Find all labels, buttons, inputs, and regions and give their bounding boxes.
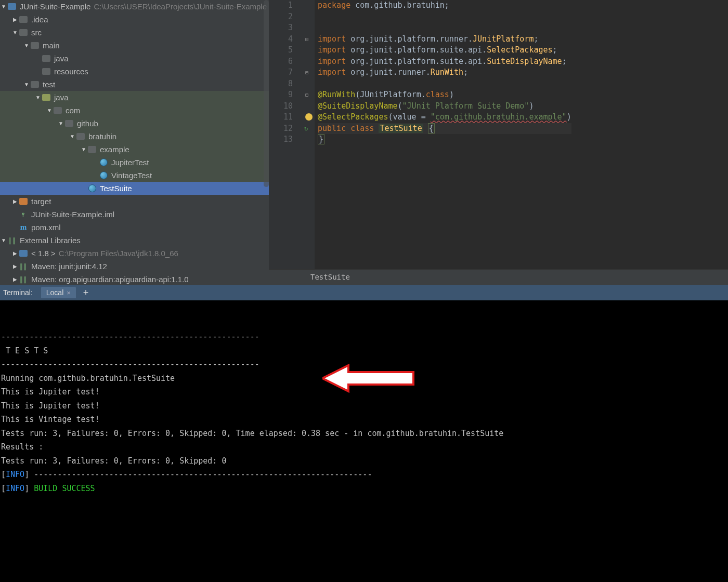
tree-row-github[interactable]: ▼github (0, 117, 269, 130)
tree-row-extlib[interactable]: ▼║║External Libraries (0, 234, 269, 247)
tree-row-testsuite[interactable]: TestSuite (0, 182, 269, 195)
breadcrumb[interactable]: TestSuite (269, 269, 728, 285)
editor-gutter: 12345678910111213 (269, 0, 304, 285)
close-icon[interactable]: × (67, 289, 71, 297)
library-icon: ║║ (19, 262, 28, 271)
tree-row-jupiter[interactable]: JupiterTest (0, 156, 269, 169)
expand-arrow-icon[interactable]: ▼ (69, 134, 76, 139)
tree-sublabel: C:\Program Files\Java\jdk1.8.0_66 (59, 249, 178, 258)
fold-icon[interactable]: ⊟ (305, 89, 308, 101)
tree-row-vintage[interactable]: VintageTest (0, 169, 269, 182)
code-editor[interactable]: 12345678910111213 ⊟⊟⊟↻ package com.githu… (269, 0, 728, 285)
folder-icon (19, 28, 28, 37)
tree-label: resources (54, 67, 88, 76)
tree-row-root[interactable]: ▼JUnit-Suite-ExampleC:\Users\USER\IdeaPr… (0, 0, 269, 13)
line-number: 8 (269, 78, 304, 90)
class-file-icon (99, 158, 108, 167)
terminal-tab-local[interactable]: Local × (41, 287, 76, 298)
expand-arrow-icon[interactable]: ▼ (23, 43, 30, 48)
folder-icon (87, 145, 97, 154)
code-line[interactable]: @RunWith(JUnitPlatform.class) (318, 89, 571, 101)
tree-row-mvn-junit[interactable]: ▶║║Maven: junit:junit:4.12 (0, 260, 269, 273)
terminal-output[interactable]: ----------------------------------------… (0, 300, 728, 582)
breadcrumb-label[interactable]: TestSuite (310, 272, 350, 283)
expand-arrow-icon[interactable]: ▼ (34, 95, 42, 100)
tree-row-mvn-apig[interactable]: ▶║║Maven: org.apiguardian:apiguardian-ap… (0, 273, 269, 285)
folder-icon (42, 67, 51, 76)
code-line[interactable]: import org.junit.platform.runner.JUnitPl… (318, 34, 571, 45)
tree-sublabel: C:\Users\USER\IdeaProjects\JUnit-Suite-E… (94, 2, 267, 11)
expand-arrow-icon[interactable]: ▼ (57, 121, 64, 126)
folder-icon (19, 197, 28, 206)
code-line[interactable]: import org.junit.runner.RunWith; (318, 67, 571, 78)
terminal-line: [INFO] ---------------------------------… (1, 468, 727, 482)
expand-arrow-icon[interactable]: ▶ (11, 17, 19, 22)
expand-arrow-icon[interactable]: ▼ (11, 30, 19, 35)
tree-label: target (31, 197, 51, 206)
tree-scrollbar[interactable] (264, 0, 269, 187)
line-number: 6 (269, 56, 304, 68)
code-line[interactable] (318, 78, 571, 90)
folder-icon (42, 93, 51, 102)
tree-row-target[interactable]: ▶target (0, 195, 269, 208)
terminal-line: This is Vintage test! (1, 413, 727, 427)
code-line[interactable] (318, 22, 571, 34)
run-gutter-icon[interactable]: ↻ (304, 123, 308, 135)
tree-row-main[interactable]: ▼main (0, 39, 269, 52)
tree-row-test-java[interactable]: ▼java (0, 91, 269, 104)
tree-label: TestSuite (100, 184, 132, 193)
code-line[interactable] (318, 11, 571, 23)
tree-label: JupiterTest (111, 158, 149, 167)
tree-row-jdk[interactable]: ▶< 1.8 >C:\Program Files\Java\jdk1.8.0_6… (0, 247, 269, 260)
tree-label: src (31, 28, 42, 37)
tree-row-main-java[interactable]: java (0, 52, 269, 65)
expand-arrow-icon[interactable]: ▶ (11, 199, 19, 204)
expand-arrow-icon[interactable]: ▶ (11, 250, 19, 256)
tree-row-com[interactable]: ▼com (0, 104, 269, 117)
folder-icon (42, 54, 51, 63)
tree-label: test (43, 80, 55, 89)
folder-icon (7, 2, 17, 11)
module-file-icon: ⫯ (19, 210, 28, 219)
class-file-icon (99, 171, 108, 180)
folder-icon (76, 132, 85, 141)
expand-arrow-icon[interactable]: ▶ (11, 263, 19, 269)
tree-row-bratuhin[interactable]: ▼bratuhin (0, 130, 269, 143)
expand-arrow-icon[interactable]: ▼ (0, 4, 7, 9)
expand-arrow-icon[interactable]: ▶ (11, 276, 19, 282)
code-line[interactable]: public class TestSuite { (318, 123, 571, 135)
tree-label: Maven: org.apiguardian:apiguardian-api:1… (31, 275, 189, 284)
tree-row-main-res[interactable]: resources (0, 65, 269, 78)
intention-bulb-icon[interactable] (305, 113, 313, 121)
expand-arrow-icon[interactable]: ▼ (0, 237, 7, 243)
code-line[interactable]: } (318, 134, 571, 146)
tree-row-pom[interactable]: mpom.xml (0, 221, 269, 234)
line-number: 10 (269, 101, 304, 112)
terminal-line: Running com.github.bratuhin.TestSuite (1, 372, 727, 386)
editor-code[interactable]: package com.github.bratuhin;import org.j… (315, 0, 571, 285)
folder-icon (19, 249, 28, 258)
folder-icon (64, 119, 74, 128)
code-line[interactable]: import org.junit.platform.suite.api.Suit… (318, 56, 571, 68)
code-line[interactable]: @SelectPackages(value = "com.github.brat… (318, 112, 571, 123)
maven-file-icon: m (19, 223, 28, 232)
expand-arrow-icon[interactable]: ▼ (80, 147, 87, 152)
line-number: 7 (269, 67, 304, 78)
expand-arrow-icon[interactable]: ▼ (23, 82, 30, 87)
project-tree[interactable]: ▼JUnit-Suite-ExampleC:\Users\USER\IdeaPr… (0, 0, 269, 285)
code-line[interactable]: package com.github.bratuhin; (318, 0, 571, 11)
tree-row-iml[interactable]: ⫯JUnit-Suite-Example.iml (0, 208, 269, 221)
fold-icon[interactable]: ⊟ (305, 67, 308, 78)
tree-row-test[interactable]: ▼test (0, 78, 269, 91)
expand-arrow-icon[interactable]: ▼ (46, 108, 53, 113)
library-icon: ║║ (19, 275, 28, 284)
code-line[interactable]: import org.junit.platform.suite.api.Sele… (318, 45, 571, 56)
tree-row-idea[interactable]: ▶.idea (0, 13, 269, 26)
add-terminal-icon[interactable]: + (83, 287, 89, 298)
tree-row-src[interactable]: ▼src (0, 26, 269, 39)
terminal-tabbar[interactable]: Terminal: Local × + (0, 285, 728, 300)
tree-row-example[interactable]: ▼example (0, 143, 269, 156)
code-line[interactable]: @SuiteDisplayName("JUnit Platform Suite … (318, 101, 571, 112)
editor-gutter-icons: ⊟⊟⊟↻ (304, 0, 315, 285)
fold-icon[interactable]: ⊟ (305, 34, 308, 45)
